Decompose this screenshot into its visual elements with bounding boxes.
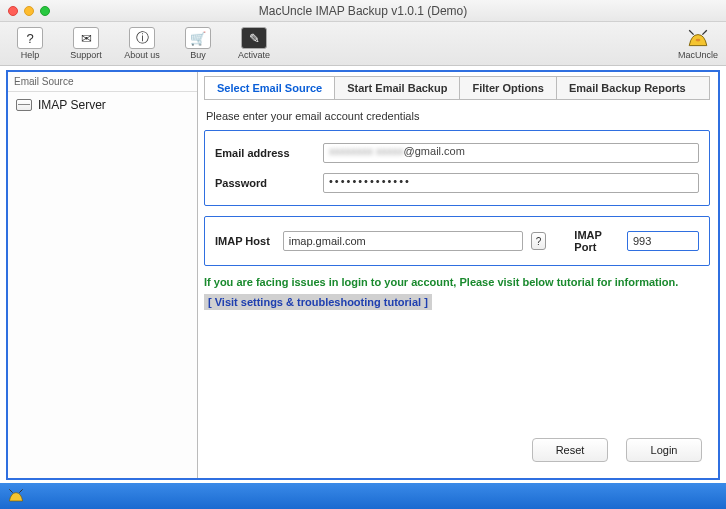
info-icon: ⓘ [129, 27, 155, 49]
troubleshoot-link[interactable]: [ Visit settings & troubleshooting tutor… [204, 294, 432, 310]
sidebar-item-imap-server[interactable]: IMAP Server [8, 92, 197, 118]
activate-icon: ✎ [241, 27, 267, 49]
macuncle-icon [684, 28, 712, 50]
password-label: Password [215, 177, 315, 189]
titlebar: MacUncle IMAP Backup v1.0.1 (Demo) [0, 0, 726, 22]
action-buttons: Reset Login [532, 438, 702, 462]
imap-host-label: IMAP Host [215, 235, 275, 247]
tab-start-email-backup[interactable]: Start Email Backup [335, 77, 460, 99]
window-title: MacUncle IMAP Backup v1.0.1 (Demo) [0, 4, 726, 18]
main-frame: Email Source IMAP Server Select Email So… [6, 70, 720, 480]
brand-logo: MacUncle [678, 28, 718, 60]
cart-icon: 🛒 [185, 27, 211, 49]
main-area: Email Source IMAP Server Select Email So… [0, 66, 726, 483]
tabs: Select Email Source Start Email Backup F… [204, 76, 710, 100]
toolbar-label: Activate [238, 50, 270, 60]
content-pane: Select Email Source Start Email Backup F… [198, 72, 718, 478]
dock-bar [0, 483, 726, 509]
troubleshoot-note: If you are facing issues in login to you… [204, 276, 710, 288]
sidebar-header: Email Source [8, 72, 197, 92]
toolbar-activate[interactable]: ✎ Activate [232, 27, 276, 60]
instruction-text: Please enter your email account credenti… [206, 110, 710, 122]
toolbar-label: Help [21, 50, 40, 60]
tab-select-email-source[interactable]: Select Email Source [205, 77, 335, 99]
email-label: Email address [215, 147, 315, 159]
toolbar-about[interactable]: ⓘ About us [120, 27, 164, 60]
toolbar-label: About us [124, 50, 160, 60]
email-field[interactable]: xxxxxxxx xxxxx@gmail.com [323, 143, 699, 163]
support-icon: ✉ [73, 27, 99, 49]
email-blurred: xxxxxxxx xxxxx [329, 145, 404, 157]
imap-port-field[interactable] [627, 231, 699, 251]
sidebar-item-label: IMAP Server [38, 98, 106, 112]
svg-point-0 [696, 38, 701, 41]
dock-app-icon[interactable] [6, 487, 26, 505]
imap-port-label: IMAP Port [574, 229, 619, 253]
imap-host-help-button[interactable]: ? [531, 232, 547, 250]
brand-label: MacUncle [678, 50, 718, 60]
reset-button[interactable]: Reset [532, 438, 608, 462]
toolbar-label: Buy [190, 50, 206, 60]
imap-host-field[interactable] [283, 231, 523, 251]
toolbar-help[interactable]: ? Help [8, 27, 52, 60]
tab-filter-options[interactable]: Filter Options [460, 77, 557, 99]
server-icon [16, 99, 32, 111]
email-visible: @gmail.com [404, 145, 465, 157]
toolbar-support[interactable]: ✉ Support [64, 27, 108, 60]
credentials-panel: Email address xxxxxxxx xxxxx@gmail.com P… [204, 130, 710, 206]
sidebar: Email Source IMAP Server [8, 72, 198, 478]
server-panel: IMAP Host ? IMAP Port [204, 216, 710, 266]
help-icon: ? [17, 27, 43, 49]
tab-email-backup-reports[interactable]: Email Backup Reports [557, 77, 698, 99]
password-field[interactable]: •••••••••••••• [323, 173, 699, 193]
toolbar-buy[interactable]: 🛒 Buy [176, 27, 220, 60]
login-button[interactable]: Login [626, 438, 702, 462]
toolbar-label: Support [70, 50, 102, 60]
toolbar: ? Help ✉ Support ⓘ About us 🛒 Buy ✎ Acti… [0, 22, 726, 66]
